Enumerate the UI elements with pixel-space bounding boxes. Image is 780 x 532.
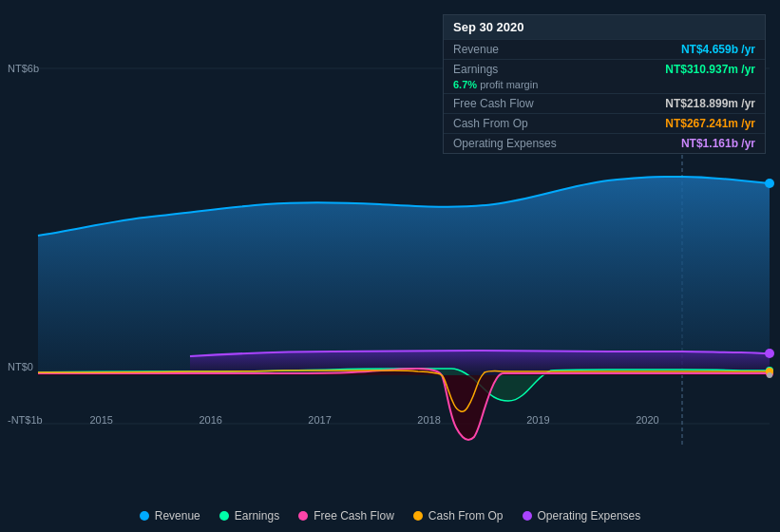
tooltip-sub-margin: 6.7% profit margin — [444, 79, 765, 93]
zero-dot — [767, 372, 772, 378]
tooltip-label-earnings: Earnings — [453, 63, 498, 76]
tooltip-title: Sep 30 2020 — [444, 15, 765, 39]
tooltip-label-cashop: Cash From Op — [453, 117, 528, 130]
tooltip-label-opex: Operating Expenses — [453, 137, 557, 150]
legend-item-revenue[interactable]: Revenue — [140, 509, 200, 522]
legend-item-opex[interactable]: Operating Expenses — [523, 509, 641, 522]
legend-item-earnings[interactable]: Earnings — [219, 509, 279, 522]
legend-label-cashop: Cash From Op — [428, 509, 504, 522]
tooltip-label-fcf: Free Cash Flow — [453, 97, 534, 110]
tooltip-value-cashop: NT$267.241m /yr — [665, 117, 755, 130]
tooltip: Sep 30 2020 Revenue NT$4.659b /yr Earnin… — [443, 14, 766, 154]
tooltip-row-revenue: Revenue NT$4.659b /yr — [444, 39, 765, 59]
legend-dot-fcf — [298, 511, 308, 521]
chart-container: NT$6b NT$0 -NT$1b 2015 2016 2017 2018 20… — [0, 0, 780, 484]
legend-item-cashop[interactable]: Cash From Op — [413, 509, 504, 522]
legend-label-revenue: Revenue — [155, 509, 200, 522]
legend-dot-opex — [523, 511, 532, 521]
tooltip-row-earnings: Earnings NT$310.937m /yr — [444, 59, 765, 79]
x-label-2018: 2018 — [417, 414, 440, 426]
revenue-dot — [765, 179, 774, 188]
legend-label-opex: Operating Expenses — [538, 509, 641, 522]
legend-item-fcf[interactable]: Free Cash Flow — [298, 509, 394, 522]
x-label-2019: 2019 — [526, 414, 549, 426]
tooltip-label-revenue: Revenue — [453, 43, 499, 56]
legend: Revenue Earnings Free Cash Flow Cash Fro… — [0, 509, 780, 522]
x-label-2020: 2020 — [636, 414, 658, 426]
opex-dot — [765, 349, 774, 358]
legend-dot-cashop — [413, 511, 423, 521]
legend-label-earnings: Earnings — [235, 509, 279, 522]
tooltip-row-fcf: Free Cash Flow NT$218.899m /yr — [444, 93, 765, 113]
tooltip-row-opex: Operating Expenses NT$1.161b /yr — [444, 133, 765, 153]
x-label-2015: 2015 — [89, 414, 112, 426]
tooltip-value-opex: NT$1.161b /yr — [681, 137, 755, 150]
y-label-0: NT$0 — [8, 361, 33, 372]
y-label-6b: NT$6b — [8, 63, 39, 74]
tooltip-value-revenue: NT$4.659b /yr — [681, 43, 755, 56]
tooltip-row-cashop: Cash From Op NT$267.241m /yr — [444, 113, 765, 133]
x-label-2017: 2017 — [308, 414, 331, 426]
tooltip-value-fcf: NT$218.899m /yr — [665, 97, 755, 110]
x-label-2016: 2016 — [199, 414, 221, 426]
legend-dot-revenue — [140, 511, 149, 521]
tooltip-value-earnings: NT$310.937m /yr — [665, 63, 755, 76]
legend-dot-earnings — [219, 511, 229, 521]
y-label-neg1b: -NT$1b — [8, 414, 43, 426]
legend-label-fcf: Free Cash Flow — [314, 509, 394, 522]
